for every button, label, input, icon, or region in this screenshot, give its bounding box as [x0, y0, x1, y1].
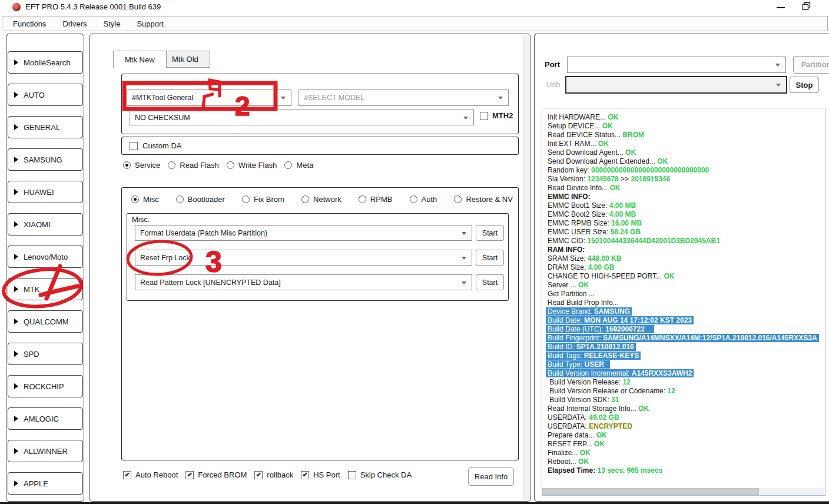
start-label: Start [482, 254, 498, 262]
start-button-2[interactable]: Start [476, 250, 504, 266]
log-segment: Build Version Release or Codename: [548, 387, 667, 395]
mode-radio-write-flash[interactable]: Write Flash [227, 161, 277, 170]
sidebar-item-amlogic[interactable]: AMLOGIC [8, 407, 83, 430]
tab-label: Mtk New [125, 55, 155, 64]
menu-item-functions[interactable]: Functions [5, 19, 54, 28]
radio-icon[interactable] [410, 195, 417, 203]
sidebar-item-allwinner[interactable]: ALLWINNER [8, 440, 83, 462]
radio-icon[interactable] [284, 161, 292, 169]
sidebar-item-xiaomi[interactable]: XIAOMI [8, 213, 83, 236]
log-output: Init HARDWARE... OKSetup DEVICE... OKRea… [542, 108, 825, 496]
checkbox-icon[interactable] [254, 471, 263, 479]
scrollbar-thumb[interactable] [542, 488, 759, 495]
radio-icon[interactable] [454, 195, 462, 203]
sidebar-item-label: APPLE [24, 479, 48, 488]
sidebar-item-mtk[interactable]: MTK [8, 278, 83, 300]
radio-icon[interactable] [131, 195, 139, 203]
checkbox-icon[interactable] [185, 471, 194, 479]
category-radio-fix-brom[interactable]: Fix Brom [242, 195, 284, 204]
sidebar-item-samsung[interactable]: SAMSUNG [8, 148, 83, 171]
center-scrollbar[interactable] [523, 35, 530, 500]
log-line: Build Type: USER [548, 360, 825, 369]
misc-action-select-3[interactable]: Read Pattern Lock [UNENCRYPTED Data] [135, 274, 472, 290]
mode-radio-service[interactable]: Service [123, 161, 160, 170]
mode-radio-read-flash[interactable]: Read Flash [168, 161, 218, 170]
read-info-button[interactable]: Read Info [468, 467, 514, 486]
partition-button[interactable]: Partition [793, 56, 829, 74]
log-segment: Sla Version: [548, 175, 587, 183]
sidebar-item-general[interactable]: GENERAL [8, 116, 83, 138]
log-segment: OK [602, 122, 613, 130]
sidebar-item-apple[interactable]: APPLE [8, 472, 83, 495]
radio-icon[interactable] [123, 161, 131, 169]
model-select[interactable]: #SELECT MODEL [299, 89, 509, 106]
log-segment: DRAM Size: [548, 263, 588, 271]
sidebar-item-mobilesearch[interactable]: MobileSearch [8, 51, 83, 74]
radio-icon[interactable] [301, 195, 309, 203]
start-button-1[interactable]: Start [476, 225, 504, 241]
arrow-right-icon [14, 319, 18, 324]
option-label: Auto Reboot [135, 470, 178, 479]
sidebar-item-auto[interactable]: AUTO [8, 84, 83, 106]
radio-icon[interactable] [242, 195, 250, 203]
log-segment: 4.00 MB [609, 210, 636, 218]
misc-action-select-1[interactable]: Format Userdata (Patch Misc Partition) [135, 225, 472, 241]
start-button-3[interactable]: Start [476, 274, 504, 290]
option-rollback[interactable]: rollback [254, 470, 293, 479]
log-segment: Init HARDWARE... [548, 113, 608, 121]
option-forced-brom[interactable]: Forced BROM [185, 470, 247, 479]
sidebar-item-lenovo-moto[interactable]: Lenovo/Moto [8, 246, 83, 268]
radio-label: Service [135, 161, 160, 170]
option-skip-check-da[interactable]: Skip Check DA [348, 470, 412, 479]
log-segment: Get Partition ... [548, 290, 595, 298]
checkbox-icon[interactable] [123, 471, 131, 479]
radio-icon[interactable] [168, 161, 175, 169]
log-segment: 1692000722 [605, 325, 645, 333]
mth2-checkbox[interactable] [480, 112, 488, 120]
radio-label: Read Flash [180, 161, 218, 170]
category-radio-auth[interactable]: Auth [410, 195, 437, 204]
log-horizontal-scrollbar[interactable] [542, 488, 825, 495]
menu-item-support[interactable]: Support [128, 19, 172, 28]
minimize-icon[interactable] [777, 7, 785, 8]
radio-icon[interactable] [176, 195, 184, 203]
log-line: CHANGE TO HIGH-SPEED PORT... OK [548, 272, 825, 281]
restore-icon[interactable] [802, 2, 811, 11]
checkbox-icon[interactable] [348, 471, 356, 479]
port-select[interactable] [567, 57, 786, 73]
option-auto-reboot[interactable]: Auto Reboot [123, 470, 178, 479]
misc-action-select-2[interactable]: Reset Frp Lock [135, 250, 472, 266]
log-segment: OK [578, 457, 589, 466]
log-line: SRAM Size: 448.00 KB [548, 254, 825, 263]
log-segment: Build Version Release: [548, 378, 622, 386]
radio-icon[interactable] [359, 195, 366, 203]
usb-select[interactable] [565, 76, 787, 94]
category-radio-misc[interactable]: Misc [131, 195, 159, 204]
sidebar-item-label: AMLOGIC [24, 415, 59, 423]
menu-item-style[interactable]: Style [95, 19, 129, 28]
category-radio-restore-nv[interactable]: Restore & NV [454, 195, 512, 204]
tab-mtk-old[interactable]: Mtk Old [161, 51, 210, 68]
category-radio-rpmb[interactable]: RPMB [359, 195, 393, 204]
category-radio-network[interactable]: Network [301, 195, 341, 204]
stop-button[interactable]: Stop [790, 77, 819, 93]
checksum-select[interactable]: NO CHECKSUM [130, 110, 474, 125]
mtk-tool-select[interactable]: #MTKTool General [127, 89, 291, 106]
log-line: Device Brand: SAMSUNG [548, 307, 825, 316]
sidebar-item-huawei[interactable]: HUAWEI [8, 181, 83, 203]
menu-item-drivers[interactable]: Drivers [54, 19, 95, 28]
sidebar-item-rockchip[interactable]: ROCKCHIP [8, 375, 83, 397]
checkbox-icon[interactable] [301, 471, 309, 479]
title-bar: EFT PRO 5.4.3 Release 0001 Build 639 [0, 0, 829, 15]
option-hs-port[interactable]: HS Port [301, 470, 340, 479]
category-radio-bootloader[interactable]: Bootloader [176, 195, 225, 204]
log-line: EMMC Boot1 Size: 4.00 MB [548, 201, 825, 210]
log-line: Send Download Agent... OK [548, 148, 825, 157]
mode-radio-meta[interactable]: Meta [284, 161, 313, 170]
tab-mtk-new[interactable]: Mtk New [113, 51, 167, 68]
sidebar-item-spd[interactable]: SPD [8, 343, 83, 365]
sidebar-item-qualcomm[interactable]: QUALCOMM [8, 310, 83, 333]
custom-da-checkbox[interactable] [130, 142, 138, 150]
radio-icon[interactable] [227, 161, 234, 169]
log-segment: SRAM Size: [548, 254, 588, 263]
